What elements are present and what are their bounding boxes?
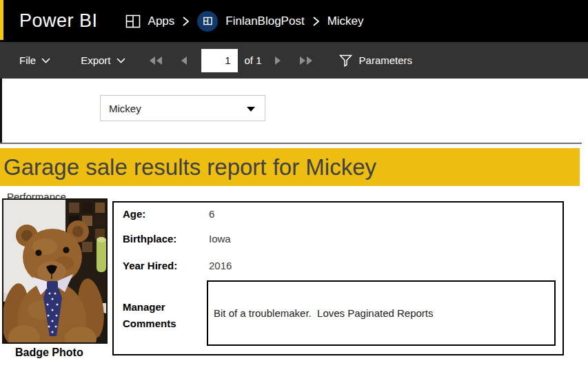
app-header: Power BI Apps FinlanBlogPost Mickey [0, 0, 588, 42]
field-value-age: 6 [209, 208, 214, 220]
chevron-right-icon [312, 16, 320, 27]
export-menu-button[interactable]: Export [81, 54, 125, 66]
report-frame-left-border [0, 79, 2, 143]
manager-comments-text: Bit of a troublemaker. Loves Paginated R… [208, 307, 434, 319]
parameters-button[interactable]: Parameters [339, 54, 413, 67]
report-title-band: Garage sale results report for Mickey [0, 148, 580, 186]
parameter-panel: Select to View Performance [0, 79, 588, 143]
first-page-button[interactable] [149, 56, 163, 65]
filter-funnel-icon [339, 54, 352, 67]
breadcrumb-workspace[interactable]: FinlanBlogPost [225, 14, 304, 28]
chevron-down-icon [116, 58, 125, 63]
field-label-year-hired: Year Hired: [123, 260, 177, 271]
breadcrumb-current-page[interactable]: Mickey [327, 14, 364, 28]
report-top-divider [0, 143, 582, 144]
field-value-birthplace: Iowa [209, 233, 231, 245]
page-count-label: of 1 [245, 54, 262, 66]
dropdown-caret-icon [247, 107, 255, 112]
chevron-right-icon [182, 16, 190, 27]
page-navigation: of 1 [149, 49, 313, 72]
badge-photo [2, 198, 108, 344]
page-number-input[interactable] [201, 49, 238, 72]
employee-info-table: Age: 6 Birthplace: Iowa Year Hired: 2016… [112, 201, 564, 355]
chevron-down-icon [41, 58, 50, 63]
teddy-bear-image [3, 200, 106, 342]
dropdown-selected-value: Mickey [109, 103, 141, 114]
field-label-birthplace: Birthplace: [123, 233, 176, 245]
file-menu-label: File [19, 54, 36, 66]
powerbi-logo[interactable]: Power BI [19, 10, 98, 32]
field-label-manager-comments: Manager Comments [123, 299, 176, 332]
field-value-year-hired: 2016 [209, 260, 232, 271]
report-title: Garage sale results report for Mickey [0, 148, 580, 186]
brand-accent-strip [0, 0, 3, 40]
next-page-button[interactable] [274, 56, 281, 65]
performance-dropdown[interactable]: Mickey [100, 95, 265, 121]
file-menu-button[interactable]: File [19, 54, 50, 66]
parameters-label: Parameters [359, 54, 413, 66]
manager-comments-box: Bit of a troublemaker. Loves Paginated R… [207, 280, 556, 346]
report-toolbar: File Export of 1 Parameters [0, 42, 588, 79]
photo-caption: Badge Photo [15, 347, 83, 359]
breadcrumb: Apps FinlanBlogPost Mickey [125, 11, 364, 32]
field-label-age: Age: [123, 208, 145, 220]
apps-grid-icon [125, 14, 141, 29]
export-menu-label: Export [81, 54, 110, 66]
workspace-avatar[interactable] [197, 11, 218, 32]
breadcrumb-apps[interactable]: Apps [148, 14, 175, 28]
previous-page-button[interactable] [181, 56, 187, 65]
last-page-button[interactable] [299, 56, 313, 65]
